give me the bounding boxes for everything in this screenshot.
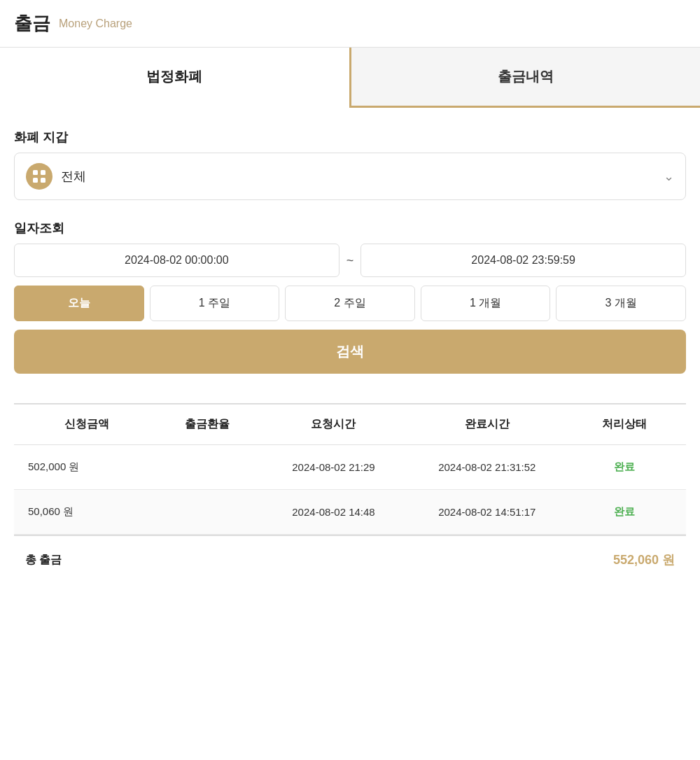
row2-amount: 50,060 원 (21, 505, 153, 519)
total-row: 총 출금 552,060 원 (14, 535, 686, 584)
date-section: 일자조회 ~ 오늘 1 주일 2 주일 1 개월 3 개월 검색 (14, 220, 686, 393)
table-row: 50,060 원 2024-08-02 14:48 2024-08-02 14:… (14, 490, 686, 535)
svg-rect-2 (33, 178, 38, 183)
page-title-korean: 출금 (14, 11, 50, 36)
svg-rect-1 (41, 170, 46, 175)
period-btn-1week[interactable]: 1 주일 (150, 286, 280, 321)
results-table: 신청금액 출금환율 요청시간 완료시간 처리상태 502,000 원 2024-… (14, 403, 686, 584)
total-amount: 552,060 원 (613, 551, 675, 568)
chevron-down-icon: ⌄ (664, 169, 674, 184)
row2-request-time: 2024-08-02 14:48 (262, 506, 405, 518)
header-amount: 신청금액 (21, 417, 153, 432)
date-inputs: ~ (14, 244, 686, 277)
start-date-input[interactable] (14, 244, 340, 277)
table-header: 신청금액 출금환율 요청시간 완료시간 처리상태 (14, 404, 686, 445)
svg-rect-0 (33, 170, 38, 175)
wallet-selected-name: 전체 (61, 168, 86, 185)
row2-status: 완료 (569, 505, 679, 519)
row1-request-time: 2024-08-02 21:29 (262, 461, 405, 473)
main-content: 화폐 지갑 전체 ⌄ 일자조회 ~ 오늘 1 주일 2 주일 (0, 108, 700, 598)
tab-legal-currency[interactable]: 법정화폐 (0, 48, 349, 108)
row1-amount: 502,000 원 (21, 460, 153, 474)
period-btn-today[interactable]: 오늘 (14, 286, 144, 321)
row1-status: 완료 (569, 460, 679, 474)
header-request-time: 요청시간 (262, 417, 405, 432)
end-date-input[interactable] (360, 244, 686, 277)
date-separator: ~ (346, 253, 354, 268)
wallet-section-label: 화폐 지갑 (14, 129, 686, 146)
period-btn-2week[interactable]: 2 주일 (285, 286, 415, 321)
header-complete-time: 완료시간 (405, 417, 569, 432)
page-header: 출금 Money Charge (0, 0, 700, 48)
search-button[interactable]: 검색 (14, 330, 686, 374)
tab-withdrawal-history[interactable]: 출금내역 (351, 48, 701, 106)
wallet-icon (26, 163, 52, 190)
header-status: 처리상태 (569, 417, 679, 432)
row2-complete-time: 2024-08-02 14:51:17 (405, 506, 569, 518)
svg-rect-3 (41, 178, 46, 183)
tab-bar: 법정화폐 출금내역 (0, 48, 700, 108)
table-row: 502,000 원 2024-08-02 21:29 2024-08-02 21… (14, 445, 686, 490)
row1-complete-time: 2024-08-02 21:31:52 (405, 461, 569, 473)
page-title-english: Money Charge (59, 17, 132, 30)
wallet-selector-left: 전체 (26, 163, 86, 190)
date-section-label: 일자조회 (14, 220, 686, 237)
period-buttons: 오늘 1 주일 2 주일 1 개월 3 개월 (14, 286, 686, 321)
header-rate: 출금환율 (153, 417, 262, 432)
period-btn-3month[interactable]: 3 개월 (556, 286, 686, 321)
wallet-dropdown[interactable]: 전체 ⌄ (14, 153, 686, 200)
total-label: 총 출금 (25, 553, 62, 568)
period-btn-1month[interactable]: 1 개월 (421, 286, 551, 321)
